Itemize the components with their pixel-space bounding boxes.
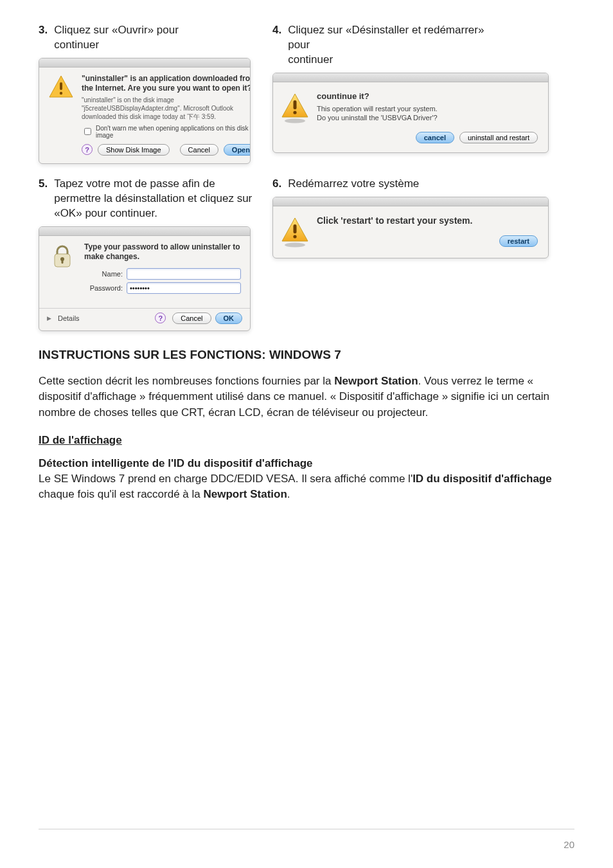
warning-shiny-icon: [281, 215, 309, 249]
cancel-button[interactable]: Cancel: [172, 312, 211, 324]
dialog-restart: Click 'restart' to restart your system. …: [272, 197, 549, 258]
password-label: Password:: [84, 284, 123, 292]
lock-icon: [48, 242, 76, 271]
ok-button[interactable]: OK: [215, 312, 243, 324]
dialog6-title: Click 'restart' to restart your system.: [317, 215, 538, 227]
warning-triangle-icon: [48, 74, 74, 100]
page-number: 20: [564, 839, 574, 850]
dialog4-line1: This operation will restart your system.: [317, 104, 538, 113]
dialog-password: Type your password to allow uninstaller …: [39, 226, 251, 331]
section-heading: INSTRUCTIONS SUR LES FONCTIONS: WINDOWS …: [39, 348, 574, 362]
dont-warn-checkbox[interactable]: [84, 128, 91, 135]
name-field[interactable]: [127, 268, 241, 280]
step-6-heading: 6. Redémarrez votre système: [272, 177, 574, 192]
step-6-text: Redémarrez votre système: [288, 177, 419, 192]
cancel-button[interactable]: cancel: [416, 132, 454, 143]
step-5-num: 5.: [39, 177, 48, 221]
dont-warn-label: Don't warn me when opening applications …: [96, 125, 251, 139]
dialog4-title: countinue it?: [317, 91, 538, 102]
paragraph-1: Cette section décrit les nombreuses fonc…: [39, 374, 574, 421]
dialog3-checkbox-row[interactable]: Don't warn me when opening applications …: [82, 125, 251, 139]
dialog4-line2: Do you uninstall the 'USBVGA Driver'?: [317, 113, 538, 122]
step-3-text: Cliquez sur «Ouvrir» pour continuer: [54, 23, 179, 53]
svg-point-5: [293, 111, 296, 114]
warning-shiny-icon: [281, 91, 309, 125]
dialog4-titlebar: [273, 73, 548, 82]
step-4-text: Cliquez sur «Désinstaller et redémarrer»…: [288, 23, 484, 68]
restart-button[interactable]: restart: [499, 235, 538, 247]
step-6-num: 6.: [272, 177, 281, 192]
details-disclosure-icon[interactable]: ▶: [47, 315, 51, 321]
svg-point-2: [60, 92, 62, 95]
paragraph-2: Le SE Windows 7 prend en charge DDC/EDID…: [39, 471, 574, 503]
dialog3-subtext: "uninstaller" is on the disk image "j5cr…: [82, 96, 251, 121]
details-label[interactable]: Details: [58, 314, 148, 322]
cancel-button[interactable]: Cancel: [180, 144, 218, 156]
help-icon[interactable]: ?: [155, 312, 166, 323]
show-disk-image-button[interactable]: Show Disk Image: [98, 144, 170, 156]
dialog5-titlebar: [39, 227, 250, 236]
uninstall-restart-button[interactable]: uninstall and restart: [459, 132, 538, 143]
svg-point-13: [285, 242, 305, 247]
svg-rect-11: [294, 224, 297, 233]
open-button[interactable]: Open: [224, 144, 251, 156]
dialog-uninstaller-open: "uninstaller" is an application download…: [39, 58, 251, 164]
dialog3-title: "uninstaller" is an application download…: [82, 74, 251, 93]
svg-rect-1: [60, 82, 62, 90]
svg-point-6: [285, 118, 305, 123]
step-5-heading: 5. Tapez votre mot de passe afin de perm…: [39, 177, 257, 221]
svg-rect-4: [294, 100, 297, 109]
footer-divider: [39, 829, 574, 829]
svg-point-12: [293, 235, 296, 238]
step-3-num: 3.: [39, 23, 48, 53]
svg-rect-9: [62, 260, 64, 264]
step-4-num: 4.: [272, 23, 281, 68]
help-icon[interactable]: ?: [82, 144, 93, 155]
step-5-text: Tapez votre mot de passe afin de permett…: [54, 177, 257, 221]
step-3-heading: 3. Cliquez sur «Ouvrir» pour continuer: [39, 23, 257, 53]
subheading-id-affichage: ID de l'affichage: [39, 434, 574, 447]
dialog3-titlebar: [39, 59, 250, 68]
dialog5-title: Type your password to allow uninstaller …: [84, 242, 241, 262]
dialog-continue-uninstall: countinue it? This operation will restar…: [272, 73, 549, 153]
name-label: Name:: [84, 270, 123, 278]
password-field[interactable]: [127, 282, 241, 294]
step-4-heading: 4. Cliquez sur «Désinstaller et redémarr…: [272, 23, 574, 68]
dialog6-titlebar: [273, 197, 548, 206]
subheading-detection: Détection intelligente de l'ID du dispos…: [39, 457, 574, 470]
